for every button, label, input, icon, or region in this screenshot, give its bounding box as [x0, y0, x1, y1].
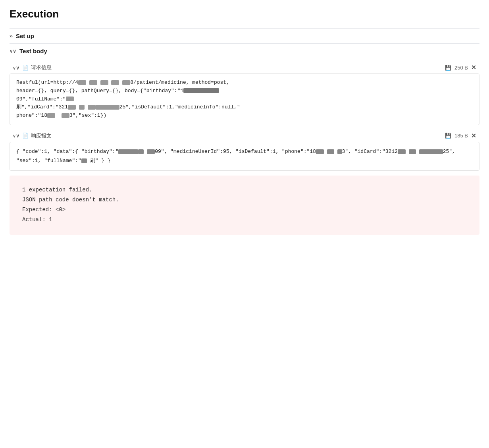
- error-line2: JSON path code doesn't match.: [22, 195, 467, 205]
- response-header-right: 💾 185 B ✕: [445, 132, 476, 139]
- request-doc-icon: 📄: [22, 65, 29, 71]
- response-code-block: { "code":1, "data":{ "birthday":" 09", "…: [10, 142, 479, 171]
- request-header-left: ∨ 📄 请求信息: [13, 64, 52, 71]
- response-doc-icon: 📄: [22, 133, 29, 139]
- test-body-chevron-icon: ∨: [10, 48, 16, 54]
- response-expand-icon[interactable]: ✕: [471, 132, 476, 139]
- setup-section: › Set up: [10, 28, 479, 43]
- error-block: 1 expectation failed. JSON path code doe…: [10, 176, 479, 235]
- response-label: 响应报文: [31, 132, 52, 139]
- page-container: Execution › Set up ∨ Test body ∨ 📄 请求信息 …: [0, 0, 489, 448]
- page-title: Execution: [10, 8, 479, 20]
- request-chevron-icon: ∨: [13, 65, 20, 71]
- request-subsection: ∨ 📄 请求信息 💾 250 B ✕ Restful(url=http://4 …: [10, 62, 479, 125]
- response-subsection-header[interactable]: ∨ 📄 响应报文 💾 185 B ✕: [10, 130, 479, 142]
- response-save-icon[interactable]: 💾: [445, 133, 451, 139]
- request-size: 250 B: [454, 65, 468, 71]
- test-body-section: ∨ Test body ∨ 📄 请求信息 💾 250 B ✕ Restful(u…: [10, 43, 479, 235]
- request-header-right: 💾 250 B ✕: [445, 64, 476, 71]
- error-line3: Expected: <0>: [22, 205, 467, 215]
- response-header-left: ∨ 📄 响应报文: [13, 132, 52, 139]
- setup-section-label: Set up: [16, 33, 34, 39]
- error-line1: 1 expectation failed.: [22, 185, 467, 195]
- test-body-section-header[interactable]: ∨ Test body: [10, 43, 479, 58]
- setup-chevron-icon: ›: [10, 33, 13, 39]
- response-chevron-icon: ∨: [13, 133, 20, 139]
- request-label: 请求信息: [31, 64, 52, 71]
- test-body-section-label: Test body: [19, 48, 47, 54]
- error-line4: Actual: 1: [22, 215, 467, 225]
- request-subsection-header[interactable]: ∨ 📄 请求信息 💾 250 B ✕: [10, 62, 479, 73]
- setup-section-header[interactable]: › Set up: [10, 28, 479, 43]
- request-expand-icon[interactable]: ✕: [471, 64, 476, 71]
- response-subsection: ∨ 📄 响应报文 💾 185 B ✕ { "code":1, "data":{ …: [10, 130, 479, 171]
- save-icon[interactable]: 💾: [445, 65, 451, 71]
- response-size: 185 B: [454, 133, 468, 139]
- request-code-block: Restful(url=http://4 8/patient/medicine,…: [10, 73, 479, 125]
